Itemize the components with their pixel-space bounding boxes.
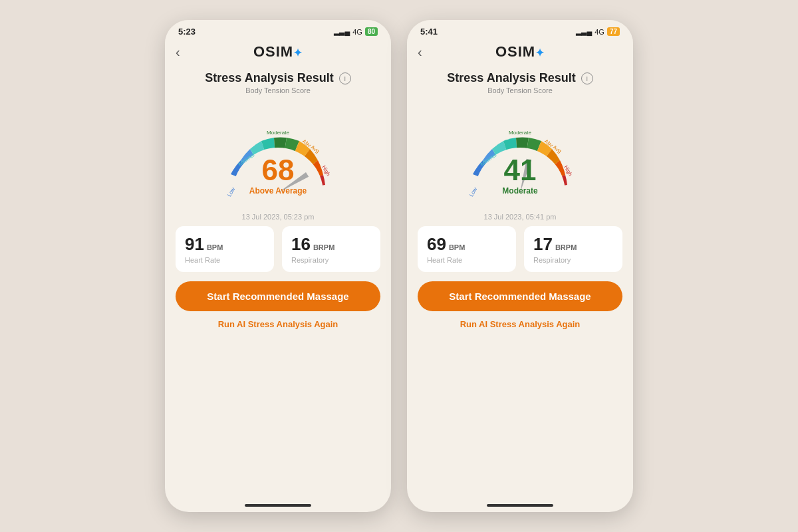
metric-value-hr-1: 91 BPM [185,234,265,255]
page-title-1: Stress Analysis Result [205,71,333,85]
status-bar-2: 5:41 ▂▃▄ 4G 77 [407,20,633,39]
metric-unit-hr-2: BPM [449,243,465,251]
phone-1: 5:23 ▂▃▄ 4G 80 ‹ OSIM✦ Stress Analysis R… [165,20,391,512]
gauge-label-2: Moderate [502,186,537,196]
logo-area-2: OSIM✦ [436,43,604,61]
logo-star-1: ✦ [293,47,303,59]
metric-unit-hr-1: BPM [207,243,223,251]
status-icons-1: ▂▃▄ 4G 80 [334,27,378,36]
body-tension-label-1: Body Tension Score [245,86,311,94]
back-button-2[interactable]: ‹ [418,45,436,60]
metric-card-hr-2: 69 BPM Heart Rate [418,226,516,272]
signal-icon-2: ▂▃▄ [576,27,592,36]
logo-area-1: OSIM✦ [194,43,362,61]
page-title-2: Stress Analysis Result [447,71,575,85]
time-1: 5:23 [178,27,196,37]
title-row-1: Stress Analysis Result i [205,71,350,85]
gauge-1: Low Minimal Moderate Abv Avg High 68 Abo… [192,100,364,206]
battery-badge-1: 80 [365,27,378,36]
info-icon-1[interactable]: i [339,72,351,84]
status-bar-1: 5:23 ▂▃▄ 4G 80 [165,20,391,39]
metric-card-hr-1: 91 BPM Heart Rate [176,226,274,272]
metric-number-resp-2: 17 [533,234,553,255]
gauge-score-1: 68 [249,156,307,185]
metric-unit-resp-2: BRPM [555,243,577,251]
metrics-row-1: 91 BPM Heart Rate 16 BRPM Respiratory [176,226,380,272]
timestamp-2: 13 Jul 2023, 05:41 pm [484,213,557,221]
time-2: 5:41 [420,27,438,37]
metrics-row-2: 69 BPM Heart Rate 17 BRPM Respiratory [418,226,622,272]
metric-name-hr-1: Heart Rate [185,256,265,264]
metric-value-hr-2: 69 BPM [427,234,507,255]
logo-star-2: ✦ [535,47,545,59]
page-content-1: Stress Analysis Result i Body Tension Sc… [165,66,391,500]
start-massage-button-2[interactable]: Start Recommended Massage [418,281,622,311]
logo-letters-1: OSIM [253,43,293,60]
gauge-score-2: 41 [502,156,537,185]
logo-text-1: OSIM✦ [253,43,303,61]
logo-letters-2: OSIM [495,43,535,60]
gauge-label-1: Above Average [249,186,307,196]
metric-number-hr-1: 91 [185,234,204,255]
page-content-2: Stress Analysis Result i Body Tension Sc… [407,66,633,500]
run-analysis-link-2[interactable]: Run AI Stress Analysis Again [460,319,581,329]
metric-value-resp-2: 17 BRPM [533,234,613,255]
gauge-2: Low Minimal Moderate Abv Avg High 41 Mod… [434,100,606,206]
metric-name-resp-1: Respiratory [291,256,371,264]
label-mod-1: Moderate [267,130,289,136]
nav-bar-1: ‹ OSIM✦ [165,39,391,66]
home-indicator-2 [487,504,553,507]
body-tension-label-2: Body Tension Score [487,86,553,94]
metric-number-hr-2: 69 [427,234,446,255]
status-icons-2: ▂▃▄ 4G 77 [576,27,620,36]
home-indicator-1 [245,504,311,507]
network-label-1: 4G [352,28,362,36]
metric-card-resp-1: 16 BRPM Respiratory [282,226,380,272]
metric-card-resp-2: 17 BRPM Respiratory [524,226,622,272]
phone-2: 5:41 ▂▃▄ 4G 77 ‹ OSIM✦ Stress Analysis R… [407,20,633,512]
label-mod-2: Moderate [509,130,531,136]
title-row-2: Stress Analysis Result i [447,71,593,85]
logo-text-2: OSIM✦ [495,43,545,61]
signal-icon-1: ▂▃▄ [334,27,350,36]
run-analysis-link-1[interactable]: Run AI Stress Analysis Again [218,319,338,329]
network-label-2: 4G [595,28,604,36]
back-button-1[interactable]: ‹ [176,45,194,60]
gauge-center-1: 68 Above Average [249,156,307,196]
metric-unit-resp-1: BRPM [313,243,334,251]
gauge-center-2: 41 Moderate [502,156,537,196]
timestamp-1: 13 Jul 2023, 05:23 pm [242,213,315,221]
info-icon-2[interactable]: i [581,72,593,84]
nav-bar-2: ‹ OSIM✦ [407,39,633,66]
start-massage-button-1[interactable]: Start Recommended Massage [176,281,380,311]
metric-name-resp-2: Respiratory [533,256,613,264]
metric-value-resp-1: 16 BRPM [291,234,371,255]
battery-badge-2: 77 [607,27,620,36]
phones-container: 5:23 ▂▃▄ 4G 80 ‹ OSIM✦ Stress Analysis R… [165,20,633,512]
metric-name-hr-2: Heart Rate [427,256,507,264]
metric-number-resp-1: 16 [291,234,311,255]
